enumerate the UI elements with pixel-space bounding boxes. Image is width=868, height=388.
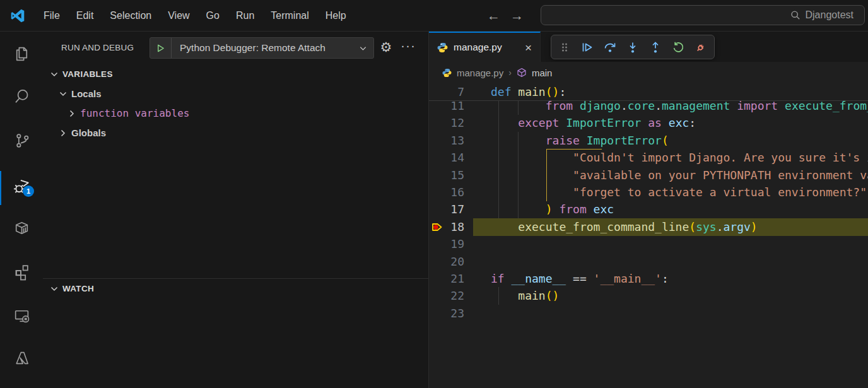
section-label: WATCH — [62, 284, 94, 293]
code-line[interactable]: 22 main() — [429, 287, 868, 305]
menu-item-edit[interactable]: Edit — [68, 10, 102, 21]
debug-toolbar — [551, 35, 715, 59]
variable-label: Locals — [71, 88, 102, 99]
line-number[interactable]: 22 — [429, 287, 464, 305]
more-actions-icon[interactable]: ··· — [400, 38, 416, 53]
variables-section-header[interactable]: VARIABLES — [43, 64, 428, 84]
line-number[interactable]: 16 — [429, 184, 464, 201]
code-line[interactable]: 19 — [429, 235, 868, 253]
line-number[interactable]: 21 — [429, 270, 464, 288]
code-text: execute_from_command_line(sys.argv) — [491, 218, 758, 236]
explorer-icon[interactable] — [0, 37, 43, 70]
line-number[interactable]: 12 — [429, 114, 464, 132]
activity-bar: 1 — [0, 32, 43, 388]
step-into-button[interactable] — [621, 37, 644, 57]
back-arrow-icon[interactable]: ← — [487, 8, 500, 23]
search-icon — [790, 10, 801, 20]
menu-item-view[interactable]: View — [160, 10, 197, 21]
code-text: main() — [491, 287, 559, 305]
code-line[interactable]: 17 ) from exc — [429, 201, 868, 218]
command-center-search[interactable]: Djangotest — [541, 5, 865, 25]
remote-explorer-icon[interactable] — [0, 299, 43, 332]
symbol-method-icon — [517, 68, 527, 78]
menu-item-help[interactable]: Help — [317, 10, 355, 21]
close-icon[interactable]: × — [525, 42, 532, 54]
launch-config-label: Python Debugger: Remote Attach — [172, 42, 358, 54]
source-control-icon[interactable] — [0, 124, 43, 156]
menu-item-terminal[interactable]: Terminal — [262, 10, 317, 21]
watch-section-header[interactable]: WATCH — [43, 279, 428, 298]
line-number[interactable]: 14 — [429, 149, 464, 167]
continue-button[interactable] — [576, 37, 599, 57]
code-text: def main(): — [491, 83, 566, 100]
python-icon — [437, 42, 448, 53]
search-icon[interactable] — [0, 79, 43, 112]
panel-title: RUN AND DEBUG — [61, 43, 134, 52]
breadcrumb-symbol[interactable]: main — [532, 68, 553, 78]
breadcrumb: manage.py › main — [429, 62, 868, 83]
code-line[interactable]: 21if __name__ == '__main__': — [429, 270, 868, 288]
line-number[interactable]: 17 — [429, 201, 464, 218]
menu-item-go[interactable]: Go — [198, 10, 228, 21]
forward-arrow-icon[interactable]: → — [510, 8, 524, 23]
chevron-down-icon — [58, 89, 68, 99]
vscode-logo-icon — [9, 8, 26, 24]
code-area[interactable]: 7def main(): 11 from django.core.managem… — [429, 83, 868, 388]
tab-manage-py[interactable]: manage.py × — [429, 32, 541, 62]
variables-row-locals[interactable]: Locals — [43, 84, 428, 103]
code-line[interactable]: 20 — [429, 253, 868, 271]
section-label: VARIABLES — [62, 69, 113, 79]
gripper-icon[interactable] — [553, 37, 576, 57]
start-debug-icon[interactable] — [150, 38, 172, 58]
variables-row-globals[interactable]: Globals — [43, 123, 428, 143]
menu-bar: FileEditSelectionViewGoRunTerminalHelp — [35, 0, 355, 31]
sticky-scroll-line[interactable]: 7def main(): — [429, 83, 868, 101]
code-line[interactable]: 12 except ImportError as exc: — [429, 114, 868, 132]
menu-item-file[interactable]: File — [35, 10, 68, 21]
gear-icon[interactable]: ⚙ — [378, 40, 394, 55]
menu-item-run[interactable]: Run — [228, 10, 262, 21]
line-number[interactable]: 19 — [429, 235, 464, 253]
line-number[interactable]: 23 — [429, 305, 464, 322]
containers-icon[interactable] — [0, 212, 43, 245]
code-text: "Couldn't import Django. Are you sure it… — [491, 149, 868, 167]
azure-icon[interactable] — [0, 341, 43, 374]
menu-item-selection[interactable]: Selection — [102, 10, 160, 21]
code-text: raise ImportError( — [491, 132, 669, 150]
line-number[interactable]: 13 — [429, 132, 464, 150]
tab-bar: manage.py × — [429, 32, 868, 62]
code-text: ) from exc — [491, 201, 614, 218]
variables-row-function-variables[interactable]: function variables — [43, 103, 428, 123]
debug-count-badge: 1 — [23, 185, 34, 197]
history-nav: ← → — [487, 0, 524, 31]
line-number[interactable]: 20 — [429, 253, 464, 271]
breadcrumb-file[interactable]: manage.py — [457, 68, 503, 78]
extensions-icon[interactable] — [0, 255, 43, 288]
variable-label: function variables — [80, 107, 189, 119]
code-line[interactable]: 16 "forget to activate a virtual environ… — [429, 184, 868, 201]
launch-config-dropdown[interactable]: Python Debugger: Remote Attach — [150, 37, 374, 59]
code-line[interactable]: 23 — [429, 305, 868, 322]
tab-label: manage.py — [454, 42, 502, 53]
run-and-debug-icon[interactable]: 1 — [0, 170, 43, 203]
code-text: "available on your PYTHONPATH environmen… — [491, 167, 868, 184]
code-text: "forget to activate a virtual environmen… — [491, 184, 867, 201]
disconnect-button[interactable] — [689, 37, 712, 57]
restart-button[interactable] — [667, 37, 689, 57]
code-line[interactable]: 15 "available on your PYTHONPATH environ… — [429, 167, 868, 184]
step-out-button[interactable] — [644, 37, 667, 57]
code-line[interactable]: 18 execute_from_command_line(sys.argv) — [429, 218, 868, 236]
line-number[interactable]: 15 — [429, 167, 464, 184]
editor-group: manage.py × — [429, 32, 868, 388]
code-text: if __name__ == '__main__': — [491, 270, 669, 288]
code-line[interactable]: 13 raise ImportError( — [429, 132, 868, 150]
code-line[interactable]: 14 "Couldn't import Django. Are you sure… — [429, 149, 868, 167]
line-number[interactable]: 7 — [429, 83, 464, 100]
chevron-down-icon — [358, 44, 373, 53]
run-and-debug-panel: RUN AND DEBUG Python Debugger: Remote At… — [43, 32, 429, 388]
chevron-down-icon — [49, 284, 59, 294]
line-number[interactable]: 18 — [429, 218, 464, 236]
active-indicator — [0, 171, 1, 205]
chevron-right-icon — [67, 109, 77, 119]
step-over-button[interactable] — [599, 37, 621, 57]
